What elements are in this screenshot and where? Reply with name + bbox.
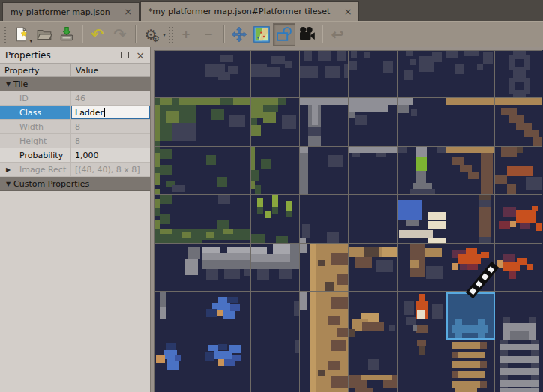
camera-icon [298,25,316,43]
property-row-height[interactable]: Height 8 [0,134,150,148]
tileset-view[interactable] [151,47,543,392]
undo-icon: ↶ [92,27,104,42]
commands-button[interactable]: ⚙ ⚙ [140,23,162,46]
column-header-value: Value [71,64,150,76]
property-row-probability[interactable]: Probability 1,000 [0,148,150,163]
new-file-icon [14,26,30,43]
properties-column-header: Property Value [0,63,150,77]
group-label: Tile [14,79,28,89]
property-label: Class [20,108,41,118]
jump-back-button[interactable]: ↩ [326,23,349,46]
property-label: Height [20,136,46,146]
class-value-input[interactable]: Ladder [71,106,150,119]
group-label: Custom Properties [14,179,89,189]
save-button[interactable] [56,23,78,46]
properties-panel-titlebar: Properties × [0,47,150,63]
toolbar-separator [322,25,322,43]
new-map-button[interactable]: ▾ [10,23,33,46]
close-icon[interactable]: × [136,52,145,59]
tileset-canvas[interactable] [154,50,542,392]
tab-map-document[interactable]: my platformer map.json × [2,2,140,21]
property-row-width[interactable]: Width 8 [0,120,150,134]
property-label: Width [20,122,44,132]
property-value: 46 [71,91,150,105]
property-value: [(48, 40), 8 x 8] [71,163,150,176]
select-shapes-icon [275,25,293,43]
document-tab-bar: my platformer map.json × *my platformer … [0,0,543,21]
map-image-icon [253,25,271,43]
save-icon [58,26,75,43]
pan-tool-button[interactable] [228,23,250,46]
zoom-in-button[interactable]: + [175,23,197,46]
toolbar-separator [135,25,136,43]
selected-tile-highlight [446,292,495,340]
toolbar-grip[interactable] [168,26,172,43]
tab-title: *my platformer map.json#Platformer tiles… [148,7,331,16]
property-row-id[interactable]: ID 46 [0,91,150,106]
tileset-image-button[interactable] [250,23,273,46]
chevron-down-icon[interactable]: ▼ [0,181,14,187]
toolbar-grip[interactable] [4,26,8,43]
text-caret [104,108,105,117]
input-text: Ladder [75,108,104,118]
undo-button[interactable]: ↶ [86,23,109,46]
selection-tool-button[interactable] [273,23,296,46]
open-file-button[interactable] [33,23,56,46]
property-value: 1,000 [71,148,150,162]
float-icon[interactable] [121,52,129,58]
small-gear-icon: ⚙ [152,34,160,43]
main-area: Properties × Property Value ▼ Tile ID 46… [0,47,543,392]
redo-button[interactable]: ↷ [109,23,131,46]
property-row-class[interactable]: Class Ladder [0,106,150,120]
return-arrow-icon: ↩ [332,27,344,42]
close-icon[interactable]: × [342,7,354,17]
panel-title: Properties [5,50,121,61]
property-label: Image Rect [20,165,66,175]
property-value: 8 [71,134,150,148]
tab-tileset-document[interactable]: *my platformer map.json#Platformer tiles… [140,1,360,21]
minus-icon: − [205,28,213,41]
panel-empty-space [0,191,150,392]
properties-panel: Properties × Property Value ▼ Tile ID 46… [0,47,151,392]
close-icon[interactable]: × [122,7,134,17]
move-arrows-icon [231,26,248,43]
zoom-out-button[interactable]: − [197,23,220,46]
group-row-tile[interactable]: ▼ Tile [0,77,150,91]
dropdown-arrow-icon[interactable]: ▾ [163,31,166,38]
column-header-property: Property [0,64,71,76]
dropdown-arrow-icon: ▾ [29,38,32,44]
chevron-down-icon[interactable]: ▼ [0,81,14,88]
chevron-right-icon[interactable]: ▶ [6,166,20,173]
property-label: Probability [20,151,63,160]
property-value: 8 [71,120,150,133]
group-row-custom-properties[interactable]: ▼ Custom Properties [0,177,150,191]
plus-icon: + [182,28,190,41]
property-label: ID [20,94,28,103]
toolbar-separator [82,25,82,43]
property-row-image-rect[interactable]: ▶Image Rect [(48, 40), 8 x 8] [0,163,150,177]
main-toolbar: ▾ ↶ ↷ ⚙ ⚙ ▾ + [0,21,543,47]
tiled-window: my platformer map.json × *my platformer … [0,0,543,392]
redo-icon: ↷ [114,27,127,42]
open-folder-icon [36,26,52,43]
record-button[interactable] [296,23,318,46]
toolbar-separator [224,25,224,43]
tab-title: my platformer map.json [10,7,110,17]
